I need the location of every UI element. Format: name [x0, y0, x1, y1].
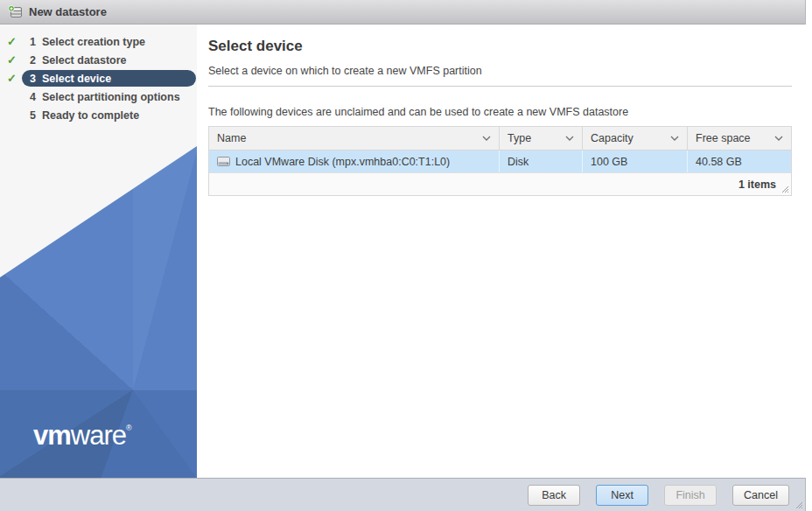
- check-icon: ✓: [7, 35, 22, 48]
- step-label: Select creation type: [42, 36, 145, 48]
- step-select-creation-type[interactable]: ✓ 1Select creation type: [0, 32, 197, 51]
- step-label: Select device: [42, 73, 111, 85]
- datastore-add-icon: [8, 5, 22, 18]
- step-number: 1: [30, 36, 36, 48]
- page-subtitle: Select a device on which to create a new…: [208, 65, 792, 77]
- device-name: Local VMware Disk (mpx.vmhba0:C0:T1:L0): [235, 156, 450, 168]
- divider: [208, 86, 792, 87]
- check-icon: ✓: [7, 53, 22, 66]
- step-label: Ready to complete: [42, 109, 139, 122]
- dialog-title: New datastore: [29, 5, 107, 18]
- wizard-page-select-device: Select device Select a device on which t…: [197, 24, 806, 478]
- check-icon: ✓: [7, 72, 22, 85]
- devices-instruction: The following devices are unclaimed and …: [208, 106, 792, 118]
- devices-table: Name Type Capacity Free space: [208, 126, 792, 196]
- next-button[interactable]: Next: [596, 485, 648, 506]
- step-label: Select datastore: [42, 54, 127, 66]
- cancel-button[interactable]: Cancel: [732, 485, 789, 506]
- step-number: 5: [30, 109, 36, 122]
- device-capacity: 100 GB: [591, 156, 627, 168]
- page-title: Select device: [208, 38, 792, 55]
- vmware-logo: vmware®: [33, 420, 132, 452]
- devices-table-footer: 1 items: [209, 172, 791, 195]
- device-type: Disk: [508, 156, 528, 168]
- column-header-name[interactable]: Name: [209, 127, 499, 150]
- wizard-step-list: ✓ 1Select creation type ✓ 2Select datast…: [0, 24, 197, 124]
- column-header-capacity[interactable]: Capacity: [582, 127, 687, 150]
- step-label: Select partitioning options: [42, 91, 180, 103]
- column-header-free-space[interactable]: Free space: [687, 127, 791, 150]
- dialog-resize-grip-icon[interactable]: [795, 501, 803, 509]
- wizard-steps-sidebar: ✓ 1Select creation type ✓ 2Select datast…: [0, 24, 197, 478]
- disk-icon: [217, 157, 230, 166]
- table-resize-grip-icon[interactable]: [781, 186, 789, 193]
- step-number: 3: [30, 73, 36, 85]
- chevron-down-icon[interactable]: [565, 136, 574, 141]
- chevron-down-icon[interactable]: [670, 136, 679, 141]
- finish-button[interactable]: Finish: [664, 485, 717, 506]
- dialog-button-bar: Back Next Finish Cancel: [0, 478, 805, 511]
- new-datastore-dialog: New datastore ✓ 1Select creation type ✓ …: [0, 0, 806, 511]
- step-ready-to-complete[interactable]: 5Ready to complete: [0, 106, 197, 124]
- chevron-down-icon[interactable]: [774, 136, 783, 141]
- step-select-partitioning-options[interactable]: 4Select partitioning options: [0, 88, 197, 106]
- device-row-selected[interactable]: Local VMware Disk (mpx.vmhba0:C0:T1:L0) …: [209, 150, 791, 172]
- chevron-down-icon[interactable]: [482, 136, 491, 141]
- back-button[interactable]: Back: [528, 485, 580, 506]
- column-header-type[interactable]: Type: [499, 127, 582, 150]
- step-number: 4: [30, 91, 36, 103]
- items-count: 1 items: [738, 178, 776, 191]
- device-free-space: 40.58 GB: [696, 156, 742, 168]
- devices-table-header: Name Type Capacity Free space: [209, 127, 791, 150]
- step-select-device[interactable]: ✓ 3Select device: [0, 69, 197, 88]
- step-number: 2: [30, 54, 36, 66]
- step-select-datastore[interactable]: ✓ 2Select datastore: [0, 51, 197, 69]
- dialog-titlebar[interactable]: New datastore: [0, 0, 805, 24]
